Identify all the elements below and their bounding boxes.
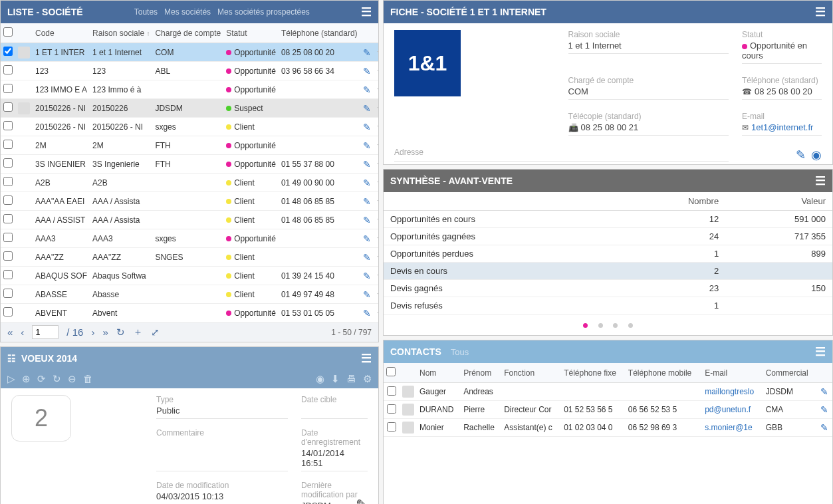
row-star-icon[interactable]: ★ (376, 65, 379, 76)
col-prenom[interactable]: Prénom (461, 363, 501, 383)
col-code[interactable]: Code (33, 23, 90, 43)
table-row[interactable]: 20150226 - NI20150226 - NIsxgesClient✎★ (1, 118, 379, 136)
row-checkbox[interactable] (3, 307, 13, 316)
pager-expand-icon[interactable]: ⤢ (151, 326, 160, 338)
synthese-menu-icon[interactable]: ☰ (815, 174, 826, 188)
liste-menu-icon[interactable]: ☰ (361, 5, 372, 19)
contact-row[interactable]: GaugerAndreasmaillongtresloJDSDM✎ (384, 383, 832, 401)
pager-page-input[interactable] (32, 325, 59, 339)
contact-edit-icon[interactable]: ✎ (820, 404, 828, 415)
col-charge[interactable]: Chargé de compte (152, 23, 223, 43)
col-email[interactable]: E-mail (702, 363, 763, 383)
row-edit-icon[interactable]: ✎ (363, 271, 371, 281)
row-checkbox[interactable] (3, 158, 13, 168)
voeux-link-icon[interactable]: ⟳ (37, 373, 46, 385)
row-edit-icon[interactable]: ✎ (363, 66, 371, 76)
row-edit-icon[interactable]: ✎ (363, 159, 371, 170)
val-email[interactable]: 1et1@internet.fr (751, 122, 813, 132)
row-edit-icon[interactable]: ✎ (363, 308, 371, 318)
select-all-checkbox[interactable] (3, 27, 13, 37)
row-checkbox[interactable] (3, 233, 13, 242)
row-checkbox[interactable] (3, 140, 13, 149)
row-edit-icon[interactable]: ✎ (363, 215, 371, 225)
row-edit-icon[interactable]: ✎ (363, 252, 371, 263)
tab-mes-societes[interactable]: Mes sociétés (164, 7, 211, 17)
col-tel-fixe[interactable]: Téléphone fixe (561, 363, 626, 383)
contact-checkbox[interactable] (387, 422, 396, 432)
fiche-eye-icon[interactable]: ◉ (811, 148, 822, 162)
dot-1[interactable] (583, 323, 588, 328)
row-checkbox[interactable] (3, 214, 13, 223)
synthese-row[interactable]: Opportunités perdues1899 (384, 245, 832, 263)
row-star-icon[interactable]: ★ (376, 84, 379, 95)
row-star-icon[interactable]: ★ (376, 102, 379, 114)
row-edit-icon[interactable]: ✎ (363, 289, 371, 300)
synthese-row[interactable]: Devis refusés1 (384, 297, 832, 315)
cell-email[interactable]: maillongtreslo (702, 383, 763, 401)
voeux-gear-icon[interactable]: ⚙ (363, 373, 372, 385)
contact-row[interactable]: MonierRachelleAssistant(e) c01 02 03 04 … (384, 419, 832, 437)
contact-edit-icon[interactable]: ✎ (820, 386, 828, 397)
col-commercial[interactable]: Commercial (763, 363, 816, 383)
table-row[interactable]: 123 IMMO E A123 Immo é àOpportunité✎★ (1, 80, 379, 99)
row-star-icon[interactable]: ★ (376, 251, 379, 263)
voeux-add-icon[interactable]: ⊕ (22, 373, 31, 385)
row-star-icon[interactable]: ★ (376, 158, 379, 170)
row-checkbox[interactable] (3, 195, 13, 205)
row-star-icon[interactable]: ★ (376, 289, 379, 300)
row-edit-icon[interactable]: ✎ (363, 233, 371, 244)
row-star-icon[interactable]: ★ (376, 195, 379, 207)
col-tel[interactable]: Téléphone (standard) (279, 23, 360, 43)
voeux-sync-icon[interactable]: ↻ (53, 373, 61, 385)
col-raison[interactable]: Raison sociale (92, 29, 144, 38)
voeux-trash-icon[interactable]: 🗑 (83, 373, 93, 385)
row-star-icon[interactable]: ★ (376, 270, 379, 281)
contact-checkbox[interactable] (387, 404, 396, 414)
row-edit-icon[interactable]: ✎ (363, 47, 371, 58)
table-row[interactable]: 3S INGENIER3S IngenierieFTHOpportunité01… (1, 155, 379, 174)
col-statut[interactable]: Statut (223, 23, 279, 43)
row-edit-icon[interactable]: ✎ (363, 84, 371, 95)
dot-4[interactable] (628, 323, 633, 328)
contact-edit-icon[interactable]: ✎ (820, 422, 828, 433)
table-row[interactable]: A2BA2BClient01 49 00 90 00✎★ (1, 174, 379, 192)
row-star-icon[interactable]: ★ (376, 307, 379, 318)
row-checkbox[interactable] (3, 251, 13, 261)
contact-row[interactable]: DURANDPierreDirecteur Cor01 52 53 56 506… (384, 401, 832, 419)
synthese-row[interactable]: Devis gagnés23150 (384, 280, 832, 297)
col-nom[interactable]: Nom (417, 363, 461, 383)
row-edit-icon[interactable]: ✎ (363, 122, 371, 132)
synthese-row[interactable]: Devis en cours2 (384, 263, 832, 280)
table-row[interactable]: 123123ABLOpportunité03 96 58 66 34✎★ (1, 62, 379, 80)
row-checkbox[interactable] (3, 65, 13, 74)
table-row[interactable]: AAA / ASSISTAAA / AssistaClient01 48 06 … (1, 211, 379, 229)
row-checkbox[interactable] (3, 47, 13, 56)
row-star-icon[interactable]: ★ (376, 177, 379, 188)
table-row[interactable]: ABAQUS SOFAbaqus SoftwaClient01 39 24 15… (1, 267, 379, 285)
cell-email[interactable]: s.monier@1e (702, 419, 763, 437)
row-star-icon[interactable]: ★ (376, 214, 379, 225)
table-row[interactable]: AAA"AA EAEIAAA / AssistaClient01 48 06 8… (1, 192, 379, 211)
fiche-edit-icon[interactable]: ✎ (796, 148, 806, 162)
row-edit-icon[interactable]: ✎ (363, 178, 371, 188)
row-edit-icon[interactable]: ✎ (363, 140, 371, 151)
table-row[interactable]: 2M2MFTHOpportunité✎★ (1, 136, 379, 155)
contacts-menu-icon[interactable]: ☰ (815, 344, 826, 359)
col-fonction[interactable]: Fonction (501, 363, 561, 383)
pager-prev-icon[interactable]: ‹ (21, 326, 24, 338)
cell-email[interactable]: pd@unetun.f (702, 401, 763, 419)
table-row[interactable]: AAA3AAA3sxgesOpportunité✎★ (1, 229, 379, 248)
pager-add-icon[interactable]: ＋ (133, 326, 143, 338)
fiche-menu-icon[interactable]: ☰ (815, 5, 826, 19)
row-checkbox[interactable] (3, 121, 13, 130)
table-row[interactable]: ABVENTAbventOpportunité01 53 01 05 05✎★ (1, 304, 379, 322)
row-checkbox[interactable] (3, 270, 13, 279)
voeux-edit-icon[interactable]: ✎ (356, 497, 368, 504)
voeux-download-icon[interactable]: ⬇ (331, 373, 340, 385)
row-checkbox[interactable] (3, 289, 13, 298)
table-row[interactable]: AAA"ZZAAA"ZZSNGESClient✎★ (1, 248, 379, 267)
tab-toutes[interactable]: Toutes (134, 7, 158, 17)
row-checkbox[interactable] (3, 102, 13, 112)
table-row[interactable]: 20150226 - NI20150226JDSDMSuspect✎★ (1, 99, 379, 118)
pager-last-icon[interactable]: » (102, 326, 108, 338)
